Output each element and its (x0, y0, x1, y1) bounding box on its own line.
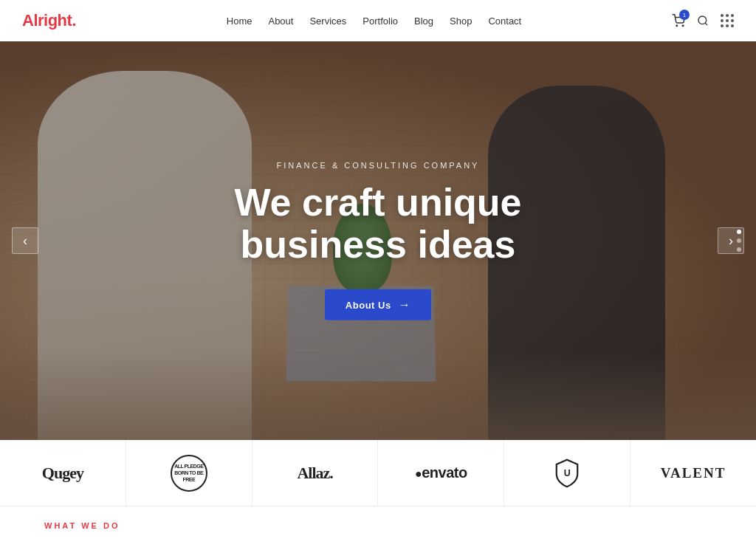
hero-section: ‹ › Finance & Consulting Company We craf… (0, 41, 756, 440)
grid-menu-icon[interactable] (721, 14, 734, 27)
partner-logo-shield: U (504, 440, 630, 506)
nav-about[interactable]: About (268, 16, 293, 27)
shield-logo: U (553, 458, 581, 488)
svg-line-3 (705, 23, 707, 25)
slide-dot-2[interactable] (737, 238, 741, 243)
slide-dot-1[interactable] (737, 230, 741, 234)
logo-dot: . (72, 11, 76, 30)
nav-services[interactable]: Services (309, 16, 346, 27)
nav-shop[interactable]: Shop (450, 16, 472, 27)
allaz-logo: Allaz. (297, 464, 332, 483)
cart-icon[interactable]: 1 (672, 14, 685, 27)
nav-portfolio[interactable]: Portfolio (362, 16, 398, 27)
hero-slide-indicators (737, 230, 741, 252)
logo[interactable]: Alright. (22, 11, 76, 30)
partner-logo-valent: VALENT (630, 440, 756, 506)
hero-subtitle: Finance & Consulting Company (193, 161, 563, 170)
partner-logo-qugey: Qugey (0, 440, 126, 506)
partner-logo-allaz: Allaz. (252, 440, 379, 506)
nav-home[interactable]: Home (227, 16, 252, 27)
partner-logo-circle: ALL PLEDGEBORN TO BEFREE (126, 440, 252, 506)
what-we-do-section: What We Do (0, 506, 756, 537)
hero-content: Finance & Consulting Company We craft un… (193, 161, 563, 320)
slide-dot-3[interactable] (737, 247, 741, 252)
logos-strip: Qugey ALL PLEDGEBORN TO BEFREE Allaz. ●e… (0, 440, 756, 506)
main-nav: Home About Services Portfolio Blog Shop … (227, 16, 521, 27)
cart-badge: 1 (679, 10, 690, 20)
hero-cta-label: About Us (346, 300, 391, 311)
header: Alright. Home About Services Portfolio B… (0, 0, 756, 41)
svg-point-0 (676, 25, 678, 27)
circle-logo-mark: ALL PLEDGEBORN TO BEFREE (171, 455, 207, 492)
hero-title: We craft unique business ideas (193, 182, 563, 266)
svg-point-1 (682, 25, 684, 27)
search-icon[interactable] (697, 15, 709, 27)
svg-point-2 (698, 16, 707, 24)
nav-contact[interactable]: Contact (488, 16, 521, 27)
envato-logo: ●envato (415, 464, 467, 481)
logo-text: Alright (22, 11, 72, 30)
section-label: What We Do (44, 521, 712, 530)
header-icons: 1 (672, 14, 734, 27)
hero-prev-button[interactable]: ‹ (12, 227, 38, 254)
partner-logo-envato: ●envato (378, 440, 504, 506)
qugey-logo: Qugey (42, 464, 83, 483)
valent-logo: VALENT (661, 465, 726, 481)
nav-blog[interactable]: Blog (414, 16, 433, 27)
svg-text:U: U (564, 468, 571, 478)
hero-arrow-icon: → (399, 298, 411, 312)
hero-cta-button[interactable]: About Us → (325, 289, 431, 320)
